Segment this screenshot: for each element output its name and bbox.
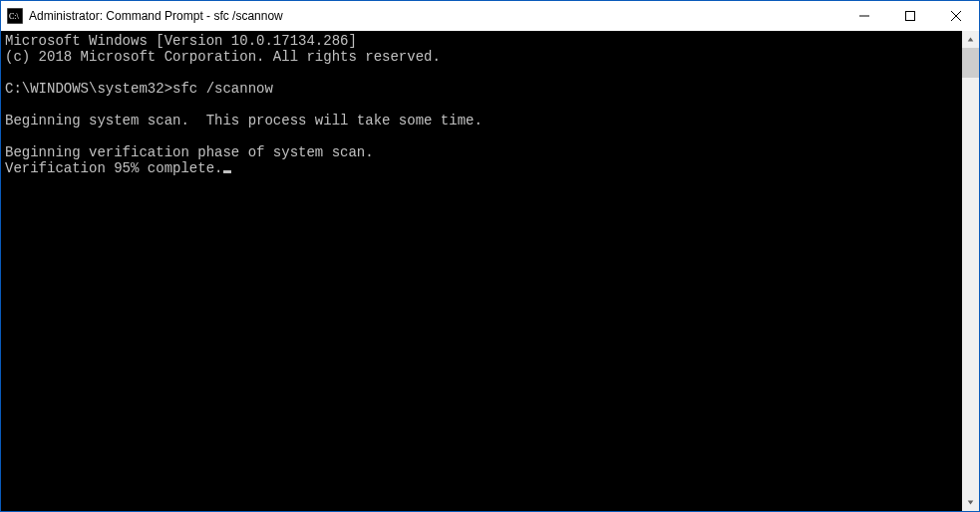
- text-cursor: [223, 170, 231, 173]
- window-title: Administrator: Command Prompt - sfc /sca…: [29, 9, 841, 23]
- console-area: Microsoft Windows [Version 10.0.17134.28…: [1, 31, 979, 511]
- scroll-up-button[interactable]: [962, 31, 979, 48]
- scroll-thumb[interactable]: [962, 48, 979, 78]
- svg-marker-7: [968, 500, 974, 504]
- output-line: [5, 65, 958, 81]
- command-prompt-window: C:\ Administrator: Command Prompt - sfc …: [0, 0, 980, 512]
- vertical-scrollbar[interactable]: [962, 31, 979, 511]
- output-line: Verification 95% complete.: [5, 160, 958, 176]
- minimize-button[interactable]: [841, 1, 887, 31]
- prompt-line: C:\WINDOWS\system32>sfc /scannow: [5, 81, 958, 97]
- progress-text: Verification 95% complete.: [5, 160, 222, 176]
- scroll-track[interactable]: [962, 48, 979, 494]
- window-controls: [841, 1, 979, 31]
- console-output[interactable]: Microsoft Windows [Version 10.0.17134.28…: [1, 31, 962, 511]
- close-button[interactable]: [933, 1, 979, 31]
- maximize-button[interactable]: [887, 1, 933, 31]
- titlebar[interactable]: C:\ Administrator: Command Prompt - sfc …: [1, 1, 979, 31]
- output-line: Beginning verification phase of system s…: [5, 144, 958, 160]
- cmd-icon: C:\: [7, 8, 23, 24]
- output-line: (c) 2018 Microsoft Corporation. All righ…: [5, 49, 958, 65]
- svg-marker-6: [968, 37, 974, 41]
- svg-rect-3: [906, 12, 915, 21]
- output-line: [5, 128, 958, 144]
- svg-text:C:\: C:\: [9, 12, 20, 21]
- output-line: Microsoft Windows [Version 10.0.17134.28…: [5, 33, 958, 49]
- output-line: Beginning system scan. This process will…: [5, 113, 958, 128]
- scroll-down-button[interactable]: [962, 494, 979, 511]
- output-line: [5, 97, 958, 113]
